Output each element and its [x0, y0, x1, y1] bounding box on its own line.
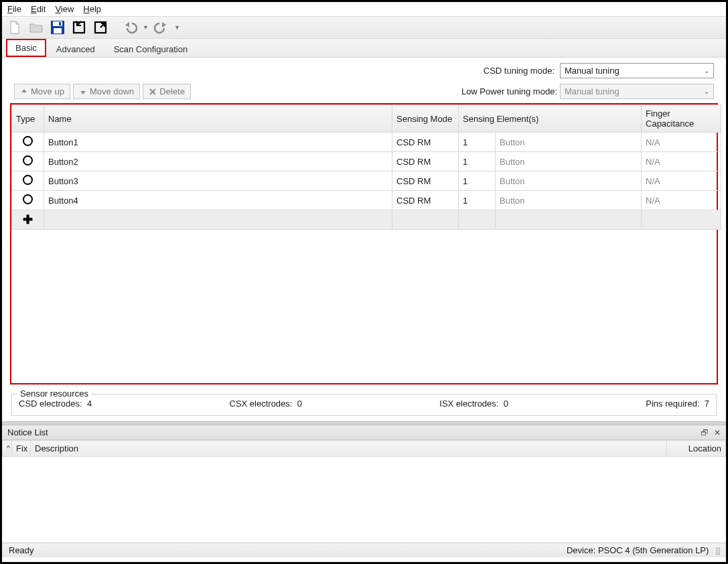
- pins-required: Pins required: 7: [646, 399, 709, 409]
- th-type[interactable]: Type: [12, 105, 44, 133]
- redo-dropdown-icon[interactable]: ▼: [174, 24, 180, 31]
- tab-basic[interactable]: Basic: [6, 39, 46, 57]
- notice-list-title: Notice List: [7, 427, 48, 437]
- open-folder-icon[interactable]: [27, 19, 45, 36]
- tab-bar: Basic Advanced Scan Configuration: [2, 39, 726, 58]
- export-icon[interactable]: [92, 19, 109, 36]
- notice-list-header: Notice List 🗗 ✕: [2, 425, 726, 440]
- undo-dropdown-icon[interactable]: ▼: [143, 24, 149, 31]
- plus-icon[interactable]: ✚: [23, 213, 33, 226]
- lp-tuning-dropdown: Manual tuning ⌄: [560, 84, 714, 99]
- type-cell[interactable]: [12, 133, 44, 152]
- element-cell: Button: [496, 133, 642, 152]
- arrow-up-icon: [20, 88, 28, 96]
- dock-icon[interactable]: 🗗: [701, 428, 709, 437]
- chevron-down-icon: ⌄: [704, 67, 709, 74]
- new-file-icon[interactable]: [6, 19, 23, 36]
- th-name[interactable]: Name: [44, 105, 392, 133]
- add-row[interactable]: ✚: [12, 210, 721, 230]
- widgets-table: Type Name Sensing Mode Sensing Element(s…: [10, 103, 718, 384]
- table-row[interactable]: Button4CSD RM1ButtonN/A: [12, 191, 721, 210]
- status-bar: Ready Device: PSOC 4 (5th Generation LP)…: [2, 543, 726, 557]
- save-icon[interactable]: [49, 19, 66, 36]
- mode-cell[interactable]: CSD RM: [392, 171, 459, 191]
- mode-cell[interactable]: CSD RM: [392, 191, 459, 210]
- cap-cell: N/A: [642, 191, 721, 210]
- csd-tuning-value: Manual tuning: [565, 66, 620, 76]
- tab-advanced[interactable]: Advanced: [48, 41, 104, 57]
- menu-file[interactable]: File: [7, 4, 21, 14]
- name-cell[interactable]: Button4: [44, 191, 392, 210]
- widget-type-icon: [23, 155, 33, 165]
- element-cell: Button: [496, 152, 642, 171]
- notice-th-desc[interactable]: Description: [31, 441, 667, 457]
- count-cell[interactable]: 1: [459, 191, 496, 210]
- chevron-down-icon: ⌄: [704, 88, 709, 95]
- mode-cell[interactable]: CSD RM: [392, 133, 459, 152]
- svg-marker-9: [162, 22, 166, 27]
- notice-th-fix[interactable]: Fix: [12, 441, 31, 457]
- lp-tuning-label: Low Power tuning mode:: [461, 86, 557, 96]
- resize-grip-icon[interactable]: ⣿: [715, 547, 719, 555]
- arrow-down-icon: [79, 88, 87, 96]
- menu-help[interactable]: Help: [83, 4, 101, 14]
- csx-electrodes: CSX electrodes: 0: [230, 399, 302, 409]
- table-row[interactable]: Button2CSD RM1ButtonN/A: [12, 152, 721, 171]
- status-left: Ready: [9, 545, 34, 555]
- csd-electrodes: CSD electrodes: 4: [19, 399, 92, 409]
- delete-x-icon: [149, 88, 157, 96]
- status-device: Device: PSOC 4 (5th Generation LP): [567, 545, 709, 555]
- count-cell[interactable]: 1: [459, 133, 496, 152]
- cap-cell: N/A: [642, 133, 721, 152]
- th-elements[interactable]: Sensing Element(s): [459, 105, 642, 133]
- svg-marker-8: [125, 22, 129, 27]
- move-up-label: Move up: [31, 86, 64, 96]
- name-cell[interactable]: Button3: [44, 171, 392, 191]
- table-empty-area: [11, 230, 717, 383]
- th-mode[interactable]: Sensing Mode: [392, 105, 459, 133]
- element-cell: Button: [496, 171, 642, 191]
- svg-rect-2: [54, 28, 62, 33]
- table-row[interactable]: Button3CSD RM1ButtonN/A: [12, 171, 721, 191]
- widget-type-icon: [23, 194, 33, 204]
- widget-type-icon: [23, 136, 33, 146]
- cap-cell: N/A: [642, 171, 721, 191]
- type-cell[interactable]: [12, 152, 44, 171]
- notice-th-loc[interactable]: Location: [667, 441, 726, 457]
- th-cap[interactable]: Finger Capacitance: [642, 105, 721, 133]
- count-cell[interactable]: 1: [459, 171, 496, 191]
- move-down-button[interactable]: Move down: [73, 84, 140, 99]
- menu-edit[interactable]: Edit: [31, 4, 46, 14]
- type-cell[interactable]: [12, 171, 44, 191]
- delete-button[interactable]: Delete: [143, 84, 191, 99]
- count-cell[interactable]: 1: [459, 152, 496, 171]
- close-icon[interactable]: ✕: [714, 428, 721, 437]
- csd-tuning-dropdown[interactable]: Manual tuning ⌄: [560, 63, 714, 78]
- sensor-resources-legend: Sensor resources: [17, 389, 91, 399]
- name-cell[interactable]: Button2: [44, 152, 392, 171]
- menu-view[interactable]: View: [55, 4, 74, 14]
- isx-electrodes: ISX electrodes: 0: [439, 399, 508, 409]
- element-cell: Button: [496, 191, 642, 210]
- table-row[interactable]: Button1CSD RM1ButtonN/A: [12, 133, 721, 152]
- actions-row: Move up Move down Delete Low Power tunin…: [2, 81, 726, 103]
- redo-icon[interactable]: [153, 19, 170, 36]
- mode-cell[interactable]: CSD RM: [392, 152, 459, 171]
- tab-scan-configuration[interactable]: Scan Configuration: [105, 41, 197, 57]
- csd-tuning-label: CSD tuning mode:: [484, 66, 555, 76]
- notice-th-caret[interactable]: ^: [3, 441, 12, 457]
- undo-icon[interactable]: [121, 19, 139, 36]
- type-cell[interactable]: [12, 191, 44, 210]
- widget-type-icon: [23, 175, 33, 185]
- import-icon[interactable]: [70, 19, 88, 36]
- delete-label: Delete: [159, 86, 185, 96]
- name-cell[interactable]: Button1: [44, 133, 392, 152]
- sensor-resources-box: Sensor resources CSD electrodes: 4 CSX e…: [11, 394, 717, 416]
- notice-list-body: [2, 457, 726, 543]
- cap-cell: N/A: [642, 152, 721, 171]
- toolbar: ▼ ▼: [2, 16, 726, 39]
- svg-rect-3: [59, 22, 61, 25]
- move-up-button[interactable]: Move up: [14, 84, 70, 99]
- move-down-label: Move down: [90, 86, 134, 96]
- notice-table: ^ Fix Description Location: [2, 440, 726, 457]
